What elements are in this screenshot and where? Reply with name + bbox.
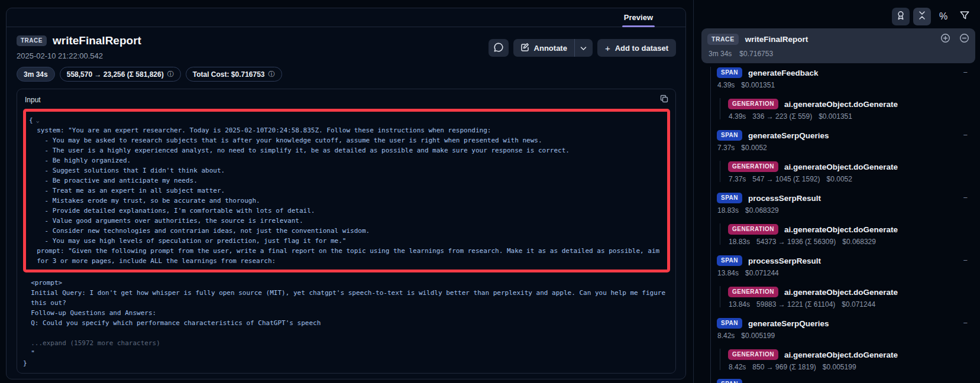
add-to-dataset-button[interactable]: + Add to dataset [597, 39, 676, 57]
filter-button[interactable] [956, 8, 973, 25]
add-to-dataset-label: Add to dataset [615, 44, 668, 53]
node-cost: $0.068329 [745, 206, 779, 215]
trace-timestamp: 2025-02-10 21:22:00.542 [17, 51, 141, 60]
collapse-node-button[interactable]: − [963, 67, 968, 79]
span-type-badge: SPAN [717, 255, 742, 266]
node-duration: 4.39s [717, 81, 735, 89]
node-metrics: 7.37s$0.0052 [717, 144, 975, 152]
node-cost: $0.071244 [745, 269, 779, 277]
node-children: GENERATIONai.generateObject.doGenerate18… [720, 223, 975, 245]
node-cost: $0.001351 [819, 112, 852, 121]
node-metrics: 4.39s336 → 223 (Σ 559)$0.001351 [728, 112, 975, 121]
code-line: Initial Query: I don't get how whisper i… [23, 288, 670, 298]
code-line: - Be proactive and anticipate my needs. [29, 176, 664, 186]
span-type-badge: SPAN [717, 318, 742, 329]
zoom-in-button[interactable] [940, 33, 950, 46]
collapse-node-button[interactable]: − [963, 129, 968, 141]
node-title-line: GENERATIONai.generateObject.doGenerate [728, 98, 975, 110]
code-line: {⌄ [29, 115, 664, 125]
input-panel-title: Input [25, 96, 41, 104]
tree-node-span[interactable]: SPANgenerateSerpQueries8.42s$0.005199− [717, 317, 975, 339]
input-json-rest: <prompt> Initial Query: I don't get how … [23, 278, 670, 368]
tree-node-generation[interactable]: GENERATIONai.generateObject.doGenerate4.… [728, 98, 975, 119]
panel-divider [693, 0, 694, 383]
trace-tree-root[interactable]: TRACE writeFinalReport 3m 34s $0.716753 [701, 28, 975, 63]
trace-tree: SPANgenerateFeedback4.39s$0.001351−GENER… [701, 67, 975, 383]
plus-icon: + [605, 44, 610, 53]
node-cost: $0.005199 [741, 332, 775, 340]
collapse-node-button[interactable]: − [963, 317, 968, 329]
node-children: GENERATIONai.generateObject.doGenerate7.… [720, 161, 975, 182]
tree-node-span[interactable]: SPAN [717, 378, 975, 383]
tree-node-generation[interactable]: GENERATIONai.generateObject.doGenerate8.… [728, 349, 975, 370]
collapse-node-button[interactable]: − [963, 255, 968, 267]
input-panel-header: Input [17, 89, 675, 108]
node-title-line: GENERATIONai.generateObject.doGenerate [728, 286, 975, 298]
node-duration: 13.84s [717, 269, 739, 277]
node-cost: $0.068329 [842, 238, 876, 246]
annotate-split-button: Annotate [513, 39, 593, 57]
input-json: {⌄ system: "You are an expert researcher… [17, 109, 675, 368]
copy-button[interactable] [660, 95, 668, 105]
node-duration: 13.84s [729, 300, 750, 309]
code-line: " [23, 348, 670, 358]
annotate-dropdown-button[interactable] [575, 39, 593, 57]
medal-button[interactable] [892, 8, 910, 25]
trace-type-badge: TRACE [707, 34, 739, 45]
trace-tree-sidebar: TRACE writeFinalReport 3m 34s $0.716753 … [701, 28, 975, 383]
filter-icon [959, 10, 970, 23]
node-title-line: GENERATIONai.generateObject.doGenerate [728, 223, 975, 235]
tree-node-span[interactable]: SPANgenerateSerpQueries7.37s$0.0052− [717, 129, 975, 151]
node-name: ai.generateObject.doGenerate [784, 100, 898, 109]
span-type-badge: SPAN [717, 193, 742, 203]
medal-icon [895, 10, 906, 23]
tree-node-span[interactable]: SPANprocessSerpResult13.84s$0.071244− [717, 255, 975, 276]
tree-node-generation[interactable]: GENERATIONai.generateObject.doGenerate7.… [728, 161, 975, 182]
zoom-out-button[interactable] [959, 33, 969, 46]
annotate-button[interactable]: Annotate [513, 39, 574, 57]
code-line: - Suggest solutions that I didn't think … [29, 165, 664, 176]
metric-chip[interactable]: Total Cost: $0.716753ⓘ [186, 67, 282, 82]
collapse-node-button[interactable]: − [963, 192, 968, 204]
node-duration: 4.39s [729, 112, 746, 121]
trace-actions: Annotate + Add to dataset [489, 39, 676, 57]
node-duration: 7.37s [717, 144, 735, 152]
percent-toggle-button[interactable]: % [934, 8, 952, 25]
node-name: ai.generateObject.doGenerate [784, 225, 898, 234]
metric-chip[interactable]: 558,570 → 23,256 (Σ 581,826)ⓘ [60, 67, 181, 82]
tree-node-generation[interactable]: GENERATIONai.generateObject.doGenerate13… [728, 286, 975, 307]
node-metrics: 13.84s$0.071244 [717, 269, 975, 277]
span-type-badge: SPAN [717, 67, 742, 78]
code-line: prompt: "Given the following prompt from… [29, 246, 664, 256]
header-toolbar: % [892, 8, 973, 25]
tree-node-span[interactable]: SPANprocessSerpResult18.83s$0.068329− [717, 192, 975, 213]
tree-indent-guide [710, 67, 711, 383]
collapse-all-button[interactable] [913, 8, 931, 25]
comment-button[interactable] [489, 39, 509, 57]
node-name: generateSerpQueries [748, 319, 829, 328]
span-type-badge: SPAN [717, 130, 742, 141]
tab-preview[interactable]: Preview [622, 8, 655, 27]
node-duration: 8.42s [717, 332, 735, 340]
node-token-usage: 54373 → 1936 (Σ 56309) [756, 238, 836, 246]
node-title-line: GENERATIONai.generateObject.doGenerate [728, 161, 975, 173]
tree-node-generation[interactable]: GENERATIONai.generateObject.doGenerate18… [728, 223, 975, 245]
tree-node-span[interactable]: SPANgenerateFeedback4.39s$0.001351− [717, 67, 975, 88]
chevron-down-icon [580, 44, 587, 53]
node-name: processSerpResult [748, 257, 821, 265]
code-line: - Be highly organized. [29, 155, 664, 165]
page-title: writeFinalReport [53, 34, 141, 47]
node-title-line: SPANprocessSerpResult [717, 192, 975, 204]
trace-detail-panel: Preview TRACE writeFinalReport 2025-02-1… [6, 8, 686, 379]
node-token-usage: 59883 → 1221 (Σ 61104) [756, 300, 835, 309]
generation-type-badge: GENERATION [728, 99, 778, 109]
code-line: Follow-up Questions and Answers: [23, 308, 670, 318]
node-children: GENERATIONai.generateObject.doGenerate8.… [720, 349, 975, 370]
metric-chip[interactable]: 3m 34s [17, 67, 55, 82]
collapse-chevron-icon[interactable]: ⌄ [36, 117, 40, 124]
expand-link[interactable]: ...expand (15972 more characters) [23, 338, 670, 348]
node-metrics: 8.42s$0.005199 [717, 332, 975, 340]
generation-type-badge: GENERATION [728, 349, 778, 360]
node-cost: $0.001351 [741, 81, 775, 89]
node-token-usage: 547 → 1045 (Σ 1592) [752, 175, 820, 183]
